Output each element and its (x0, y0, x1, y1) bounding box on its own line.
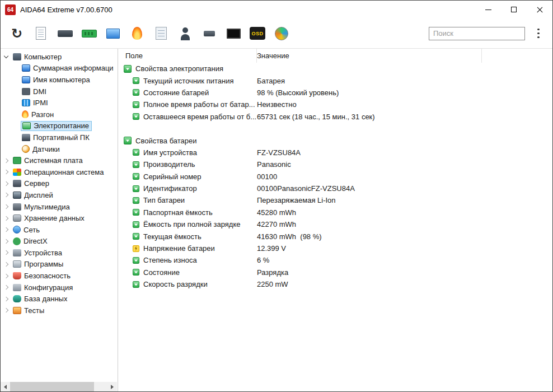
table-row[interactable]: Напряжение батареи 12.399 V (118, 242, 552, 254)
chevron-right-icon[interactable] (4, 273, 8, 278)
network-icon (13, 226, 21, 234)
table-row[interactable]: Ёмкость при полной зарядке 42270 mWh (118, 218, 552, 230)
audit-button[interactable] (177, 25, 194, 43)
chevron-right-icon[interactable] (4, 239, 8, 244)
sidebar-item-label: IPMI (33, 99, 48, 107)
chevron-right-icon[interactable] (4, 308, 8, 312)
scrollbar-track[interactable] (94, 382, 107, 391)
sidebar-item-power[interactable]: Электропитание (1, 120, 118, 132)
chevron-right-icon[interactable] (4, 193, 8, 197)
section-row[interactable]: Свойства электропитания (118, 63, 552, 74)
field-value: Неизвестно (257, 100, 552, 109)
chevron-right-icon[interactable] (4, 181, 8, 186)
sidebar-item-computer-name[interactable]: Имя компьютера (1, 74, 118, 86)
sidebar-item-summary[interactable]: Суммарная информаци (1, 63, 118, 74)
server-icon (13, 180, 21, 187)
sidebar-item-label: Сеть (24, 226, 40, 234)
app-logo-icon: 64 (5, 4, 16, 15)
chevron-right-icon[interactable] (4, 170, 8, 174)
benchmark-button[interactable] (153, 25, 170, 43)
section-row[interactable]: Свойства батареи (118, 134, 552, 146)
sidebar-item-security[interactable]: Безопасность (1, 270, 118, 282)
sidebar-item-display[interactable]: Дисплей (1, 189, 118, 201)
table-row[interactable]: Состояние батарей 98 % (Высокий уровень) (118, 87, 552, 99)
overflow-menu-button[interactable] (532, 25, 545, 42)
chevron-right-icon[interactable] (4, 227, 8, 232)
table-row[interactable]: Степень износа 6 % (118, 254, 552, 266)
refresh-button[interactable] (8, 25, 25, 43)
monitor-button[interactable] (225, 25, 242, 43)
sidebar-item-label: Имя компьютера (33, 76, 90, 84)
field-name: Ёмкость при полной зарядке (143, 220, 240, 228)
sidebar-item-motherboard[interactable]: Системная плата (1, 155, 118, 166)
field-value: Батарея (257, 77, 552, 85)
table-row[interactable]: Производитель Panasonic (118, 158, 552, 170)
chevron-right-icon[interactable] (4, 216, 8, 220)
sidebar-item-label: Разгон (31, 110, 54, 119)
sidebar-item-computer[interactable]: Компьютер (1, 51, 118, 63)
table-row[interactable]: Скорость разрядки 2250 mW (118, 278, 552, 290)
field-value: 6 % (257, 256, 552, 264)
table-row[interactable]: Имя устройства FZ-VZSU84A (118, 147, 552, 158)
table-row[interactable]: Идентификатор 00100PanasonicFZ-VZSU84A (118, 183, 552, 194)
table-row[interactable]: Полное время работы от батар... Неизвест… (118, 99, 552, 110)
field-value: 65731 сек (18 час., 15 мин., 31 сек) (257, 113, 552, 121)
sidebar-item-multimedia[interactable]: Мультимедиа (1, 201, 118, 213)
computer-icon (13, 53, 21, 60)
table-row[interactable]: Тип батареи Перезаряжаемая Li-Ion (118, 194, 552, 206)
table-row[interactable]: Состояние Разрядка (118, 267, 552, 278)
report-button[interactable] (32, 25, 49, 43)
osd-button[interactable]: OSD (249, 25, 266, 43)
table-row[interactable]: Текущий источник питания Батарея (118, 74, 552, 86)
column-header-field[interactable]: Поле (118, 49, 257, 63)
close-button[interactable] (527, 1, 552, 18)
chevron-right-icon[interactable] (4, 250, 8, 255)
horizontal-scrollbar[interactable] (1, 382, 117, 391)
chevron-right-icon[interactable] (4, 285, 8, 290)
sidebar-item-label: Мультимедиа (24, 203, 70, 211)
chevron-right-icon[interactable] (4, 297, 8, 301)
sidebar-item-storage[interactable]: Хранение данных (1, 212, 118, 224)
chevron-right-icon[interactable] (4, 262, 8, 267)
table-row[interactable]: Оставшееся время работы от б... 65731 се… (118, 111, 552, 123)
column-header-value[interactable]: Значение (257, 49, 482, 63)
sidebar-item-sensors[interactable]: Датчики (1, 143, 118, 155)
sidebar-item-database[interactable]: База данных (1, 293, 118, 305)
scroll-right-button[interactable] (107, 382, 117, 391)
chevron-right-icon[interactable] (4, 158, 8, 162)
sidebar-item-devices[interactable]: Устройства (1, 247, 118, 259)
minimize-button[interactable] (475, 1, 501, 18)
sidebar-item-directx[interactable]: DirectX (1, 236, 118, 248)
scroll-left-button[interactable] (1, 382, 10, 391)
sidebar-item-ipmi[interactable]: IPMI (1, 97, 118, 109)
field-value: Разрядка (257, 268, 552, 277)
search-input[interactable] (429, 27, 525, 40)
sidebar-item-dmi[interactable]: DMI (1, 86, 118, 97)
table-row[interactable]: Паспортная ёмкость 45280 mWh (118, 207, 552, 218)
scrollbar-thumb[interactable] (10, 382, 94, 391)
ipmi-icon (22, 99, 30, 106)
sidebar-item-programs[interactable]: Программы (1, 259, 118, 270)
sidebar-item-server[interactable]: Сервер (1, 178, 118, 190)
chevron-right-icon[interactable] (4, 204, 8, 209)
hardware-button[interactable] (57, 25, 73, 43)
sensor-button[interactable] (273, 25, 290, 43)
table-row[interactable]: Серийный номер 00100 (118, 171, 552, 183)
devices-button[interactable] (105, 25, 121, 43)
field-name: Степень износа (143, 256, 197, 264)
sidebar-item-overclock[interactable]: Разгон (1, 109, 118, 120)
memory-button[interactable] (81, 25, 97, 43)
sidebar-item-config[interactable]: Конфигурация (1, 282, 118, 293)
sidebar-item-label: Хранение данных (24, 214, 85, 222)
sidebar-item-label: Конфигурация (24, 283, 73, 292)
chevron-down-icon[interactable] (4, 54, 8, 58)
sidebar-item-portable-pc[interactable]: Портативный ПК (1, 132, 118, 143)
battery-item-icon (133, 185, 139, 192)
table-row[interactable]: Текущая ёмкость 41630 mWh (98 %) (118, 230, 552, 242)
sidebar-item-tests[interactable]: Тесты (1, 305, 118, 316)
maximize-button[interactable] (501, 1, 527, 18)
sidebar-item-os[interactable]: Операционная система (1, 166, 118, 178)
overclock-button[interactable] (129, 25, 146, 43)
sidebar-item-network[interactable]: Сеть (1, 224, 118, 236)
remote-button[interactable] (201, 25, 218, 43)
